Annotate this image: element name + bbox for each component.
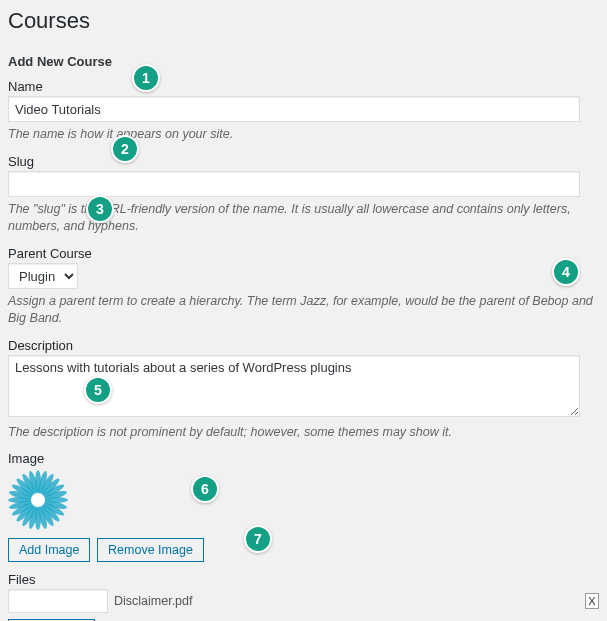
add-image-button[interactable]: Add Image <box>8 538 90 562</box>
files-label: Files <box>8 572 599 587</box>
slug-label: Slug <box>8 154 599 169</box>
annotation-marker-6: 6 <box>191 475 219 503</box>
parent-course-help: Assign a parent term to create a hierarc… <box>8 293 599 328</box>
image-thumbnail <box>8 470 68 530</box>
name-help: The name is how it appears on your site. <box>8 126 599 144</box>
slug-input[interactable] <box>8 171 580 197</box>
description-help: The description is not prominent by defa… <box>8 424 599 442</box>
annotation-marker-1: 1 <box>132 64 160 92</box>
annotation-marker-7: 7 <box>244 525 272 553</box>
annotation-marker-3: 3 <box>86 195 114 223</box>
name-label: Name <box>8 79 599 94</box>
parent-course-select[interactable]: Plugins <box>8 263 78 289</box>
annotation-marker-4: 4 <box>552 258 580 286</box>
name-input[interactable] <box>8 96 580 122</box>
svg-point-24 <box>31 493 45 507</box>
parent-course-label: Parent Course <box>8 246 599 261</box>
files-input[interactable] <box>8 589 108 613</box>
description-label: Description <box>8 338 599 353</box>
form-heading: Add New Course <box>8 54 599 69</box>
file-name-text: Disclaimer.pdf <box>114 594 193 608</box>
page-title: Courses <box>8 8 599 34</box>
image-label: Image <box>8 451 599 466</box>
annotation-marker-5: 5 <box>84 376 112 404</box>
annotation-marker-2: 2 <box>111 135 139 163</box>
remove-image-button[interactable]: Remove Image <box>97 538 204 562</box>
remove-file-button[interactable]: X <box>585 593 599 609</box>
